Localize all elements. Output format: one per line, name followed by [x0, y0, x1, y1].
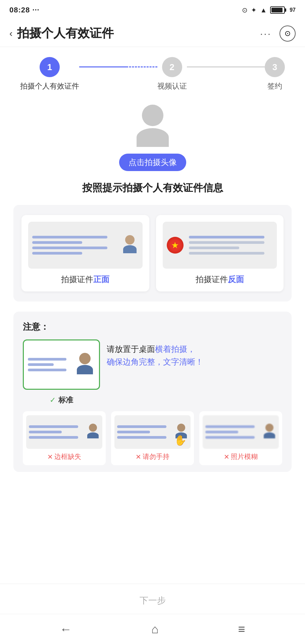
step-2: 2 视频认证: [157, 57, 187, 91]
step-indicator: 1 拍摄个人有效证件 2 视频认证 3 签约: [13, 57, 292, 91]
error-preview-crop: [26, 415, 102, 449]
x-icon-blur: ✕: [224, 453, 230, 461]
avatar-head: [142, 105, 163, 126]
id-card-back-preview: ★: [163, 222, 277, 269]
nav-menu-button[interactable]: ≡: [238, 622, 245, 636]
eh-line-1: [117, 425, 166, 428]
eh-line-3: [117, 436, 166, 439]
back-button[interactable]: ‹: [9, 28, 12, 39]
eh-av-head: [177, 424, 185, 432]
id-cards-section: 拍摄证件正面 ★ 拍摄证件反面: [13, 205, 292, 302]
bottom-nav: ← ⌂ ≡: [0, 614, 305, 644]
header-left: ‹ 拍摄个人有效证件: [9, 25, 114, 42]
desc-black: 请放置于桌面: [107, 344, 155, 354]
error-preview-blur: [203, 415, 279, 449]
standard-avatar: [75, 353, 95, 376]
check-icon: ✓: [50, 396, 56, 405]
standard-label: 标准: [58, 395, 73, 405]
error-card-blur: ✕ 照片模糊: [199, 411, 282, 465]
avatar-area: 点击拍摄头像: [13, 105, 292, 171]
id-back-lines: [189, 236, 273, 255]
eb-line-3: [205, 436, 255, 439]
error-label-blur: ✕ 照片模糊: [224, 452, 258, 461]
std-avatar-head: [79, 353, 91, 364]
step-line-gray: [187, 66, 265, 67]
notes-description: 请放置于桌面横着拍摄， 确保边角完整，文字清晰！: [107, 339, 282, 369]
id-line-3: [32, 247, 107, 249]
notes-section: 注意： ✓ 标准: [13, 312, 292, 472]
main-content: 1 拍摄个人有效证件 2 视频认证 3 签约: [0, 47, 305, 584]
id-back-line-2: [189, 241, 264, 244]
id-front-lines: [32, 236, 116, 255]
err-blur-lines: [205, 425, 260, 439]
id-avatar-head: [125, 235, 135, 245]
camera-button[interactable]: ⊙: [279, 25, 296, 42]
status-signal-time: 08:28 ···: [9, 6, 40, 14]
error-preview-hand: ✋: [114, 415, 191, 449]
ec-av-head: [89, 424, 97, 432]
hand-icon: ✋: [174, 434, 187, 446]
error-text-hand: 请勿手持: [143, 452, 169, 461]
step-line-solid: [79, 66, 126, 67]
std-line-1: [28, 358, 66, 361]
id-line-1: [32, 236, 107, 238]
id-card-front-label: 拍摄证件正面: [61, 274, 109, 285]
err-crop-lines: [29, 425, 84, 439]
err-crop-avatar: [86, 424, 100, 440]
standard-check: ✓ 标准: [50, 395, 73, 405]
id-back-line-1: [189, 236, 264, 238]
more-button[interactable]: ···: [260, 28, 271, 39]
id-card-front[interactable]: 拍摄证件正面: [21, 215, 149, 291]
step-2-circle: 2: [162, 57, 182, 77]
desc-blue-1: 横着拍摄，: [155, 344, 195, 354]
std-line-3: [28, 369, 66, 371]
error-card-crop: ✕ 边框缺失: [23, 411, 106, 465]
location-icon: ⊙: [242, 6, 248, 14]
id-back-highlight: 反面: [228, 275, 244, 284]
status-icons: ⊙ ✦ ▲ 97: [242, 6, 296, 14]
id-front-highlight: 正面: [93, 275, 109, 284]
step-3-label: 签约: [267, 81, 282, 91]
error-cards: ✕ 边框缺失 ✋: [23, 411, 282, 465]
x-icon-crop: ✕: [47, 453, 53, 461]
notes-standard: ✓ 标准 请放置于桌面横着拍摄， 确保边角完整，文字清晰！: [23, 339, 282, 405]
std-avatar-body: [77, 365, 93, 374]
error-card-hand: ✋ ✕ 请勿手持: [111, 411, 194, 465]
eb-line-2: [205, 431, 238, 433]
ec-line-2: [29, 431, 62, 433]
id-avatar-body: [123, 245, 137, 253]
desc-blue-2: 确保边角完整，文字清晰！: [107, 357, 203, 366]
header-right: ··· ⊙: [260, 25, 296, 42]
id-line-2: [32, 241, 82, 244]
step-1-label: 拍摄个人有效证件: [20, 81, 79, 91]
next-button-text[interactable]: 下一步: [140, 595, 166, 606]
step-3: 3 签约: [265, 57, 285, 91]
id-line-4: [32, 252, 82, 255]
bluetooth-icon: ✦: [251, 6, 257, 14]
notes-desc-text: 请放置于桌面横着拍摄， 确保边角完整，文字清晰！: [107, 343, 282, 369]
capture-avatar-button[interactable]: 点击拍摄头像: [119, 154, 186, 171]
error-label-hand: ✕ 请勿手持: [136, 452, 169, 461]
step-1: 1 拍摄个人有效证件: [20, 57, 79, 91]
error-text-blur: 照片模糊: [231, 452, 258, 461]
error-label-crop: ✕ 边框缺失: [47, 452, 81, 461]
eb-line-1: [205, 425, 255, 428]
id-card-back-label: 拍摄证件反面: [196, 274, 244, 285]
wifi-icon: ▲: [260, 6, 267, 14]
camera-icon: ⊙: [285, 29, 291, 38]
step-line-2-3: [187, 66, 265, 67]
step-line-1-2: [79, 66, 157, 67]
standard-card: [23, 339, 100, 390]
eh-line-2: [117, 431, 150, 433]
nav-back-button[interactable]: ←: [60, 622, 72, 636]
instruction-title: 按照提示拍摄个人有效证件信息: [13, 181, 292, 195]
avatar-placeholder: [133, 105, 173, 148]
step-3-circle: 3: [265, 57, 285, 77]
nav-home-button[interactable]: ⌂: [151, 622, 159, 636]
id-card-back[interactable]: ★ 拍摄证件反面: [156, 215, 284, 291]
ec-line-3: [29, 436, 78, 439]
id-card-front-preview: [28, 222, 143, 269]
battery-fill: [271, 8, 282, 12]
step-1-circle: 1: [40, 57, 60, 77]
step-2-label: 视频认证: [157, 81, 187, 91]
